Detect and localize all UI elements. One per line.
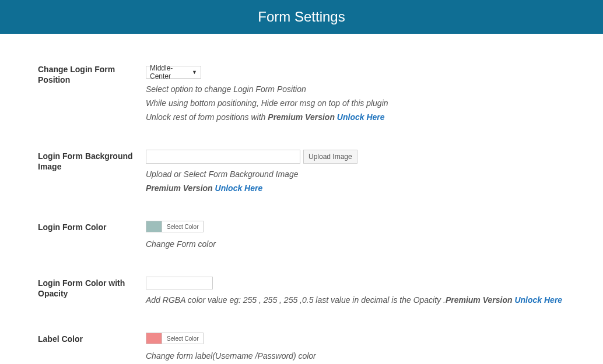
unlock-link-position[interactable]: Unlock Here (337, 112, 385, 122)
select-color-button-form[interactable]: Select Color (162, 221, 203, 232)
select-form-position-value: Middle-Center (150, 64, 192, 80)
row-bg-image: Login Form Background Image Upload Image… (38, 150, 565, 195)
help-form-position: Select option to change Login Form Posit… (146, 83, 565, 123)
color-picker-form[interactable]: Select Color (146, 221, 204, 232)
page-header: Form Settings (0, 0, 603, 34)
unlock-link-bgimage[interactable]: Unlock Here (215, 183, 263, 193)
input-bg-image[interactable] (146, 150, 300, 164)
color-picker-label[interactable]: Select Color (146, 333, 204, 344)
row-form-color: Login Form Color Select Color Change For… (38, 221, 565, 250)
chevron-down-icon: ▼ (192, 69, 197, 75)
help-bg-image: Upload or Select Form Background Image P… (146, 168, 565, 195)
color-swatch-form (146, 221, 162, 232)
input-rgba[interactable] (146, 277, 213, 289)
help-form-color: Change Form color (146, 238, 565, 250)
row-label-color: Label Color Select Color Change form lab… (38, 333, 565, 362)
label-form-color-opacity: Login Form Color with Opacity (38, 277, 146, 299)
control-form-position: Middle-Center ▼ Select option to change … (146, 63, 565, 123)
upload-image-button[interactable]: Upload Image (303, 150, 357, 164)
control-form-color: Select Color Change Form color (146, 221, 565, 250)
select-color-button-label[interactable]: Select Color (162, 333, 203, 344)
color-swatch-label (146, 333, 162, 344)
form-content: Change Login Form Position Middle-Center… (0, 34, 603, 364)
label-form-position: Change Login Form Position (38, 63, 146, 85)
help-form-color-opacity: Add RGBA color value eg: 255 , 255 , 255… (146, 294, 565, 306)
unlock-link-opacity[interactable]: Unlock Here (514, 295, 562, 305)
select-form-position[interactable]: Middle-Center ▼ (146, 66, 201, 79)
page-title: Form Settings (258, 9, 345, 24)
label-label-color: Label Color (38, 333, 146, 344)
control-label-color: Select Color Change form label(Username … (146, 333, 565, 362)
label-bg-image: Login Form Background Image (38, 150, 146, 172)
row-form-color-opacity: Login Form Color with Opacity Add RGBA c… (38, 277, 565, 306)
help-label-color: Change form label(Username /Password) co… (146, 350, 565, 362)
control-bg-image: Upload Image Upload or Select Form Backg… (146, 150, 565, 195)
control-form-color-opacity: Add RGBA color value eg: 255 , 255 , 255… (146, 277, 565, 306)
row-form-position: Change Login Form Position Middle-Center… (38, 63, 565, 123)
label-form-color: Login Form Color (38, 221, 146, 232)
